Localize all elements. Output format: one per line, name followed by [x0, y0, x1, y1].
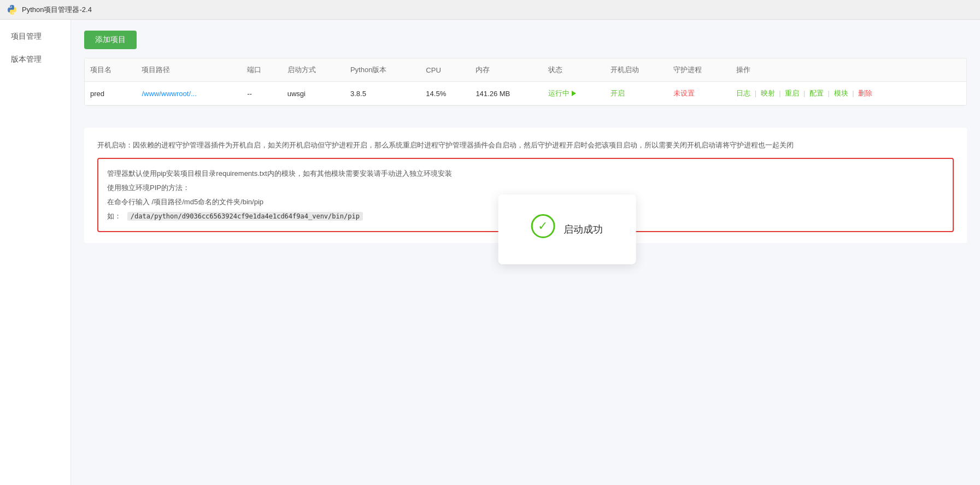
boot-status: 开启 [611, 89, 625, 97]
col-header-name: 项目名 [85, 58, 136, 82]
cell-path[interactable]: /www/wwwroot/... [136, 82, 242, 105]
python-logo-icon [7, 4, 17, 15]
cell-boot: 开启 [605, 82, 668, 105]
action-module[interactable]: 模块 [834, 89, 848, 97]
add-project-button[interactable]: 添加项目 [84, 31, 137, 49]
col-header-start-mode: 启动方式 [282, 58, 345, 82]
sidebar-item-project-management[interactable]: 项目管理 [0, 25, 71, 48]
col-header-path: 项目路径 [136, 58, 242, 82]
col-header-port: 端口 [242, 58, 282, 82]
main-content: 添加项目 项目名 项目路径 端口 启动方式 Python版本 CPU 内存 状态… [71, 20, 980, 485]
sidebar-label-project: 项目管理 [11, 32, 42, 40]
col-header-python-version: Python版本 [345, 58, 420, 82]
action-config[interactable]: 配置 [809, 89, 824, 97]
project-path-link[interactable]: /www/wwwroot/... [142, 90, 196, 98]
pip-note-line1: 管理器默认使用pip安装项目根目录requirements.txt内的模块，如有… [107, 167, 944, 181]
cell-status: 运行中 [543, 82, 605, 105]
cell-actions: 日志 | 映射 | 重启 | 配置 | 模块 | 删除 [731, 82, 966, 105]
check-icon: ✓ [538, 220, 548, 232]
sidebar-item-version-management[interactable]: 版本管理 [0, 48, 71, 71]
app-title: Python项目管理器-2.4 [22, 5, 92, 15]
cell-guard: 未设置 [668, 82, 731, 105]
action-log[interactable]: 日志 [736, 89, 750, 97]
success-icon: ✓ [531, 214, 555, 238]
action-restart[interactable]: 重启 [785, 89, 799, 97]
col-header-cpu: CPU [420, 58, 470, 82]
cell-memory: 141.26 MB [470, 82, 543, 105]
status-badge: 运行中 [548, 88, 600, 98]
col-header-boot: 开机启动 [605, 58, 668, 82]
guard-status: 未设置 [673, 89, 695, 97]
sidebar-label-version: 版本管理 [11, 55, 42, 63]
col-header-status: 状态 [543, 58, 605, 82]
success-dialog: ✓ 启动成功 [498, 194, 636, 264]
project-table-wrapper: 项目名 项目路径 端口 启动方式 Python版本 CPU 内存 状态 开机启动… [84, 58, 967, 106]
title-bar: Python项目管理器-2.4 [0, 0, 980, 20]
cell-python-version: 3.8.5 [345, 82, 420, 105]
action-delete[interactable]: 删除 [858, 89, 872, 97]
project-table: 项目名 项目路径 端口 启动方式 Python版本 CPU 内存 状态 开机启动… [85, 58, 966, 105]
status-text: 运行中 [548, 88, 570, 98]
pip-note-line2: 使用独立环境PIP的方法： [107, 181, 944, 195]
col-header-memory: 内存 [470, 58, 543, 82]
table-row: pred /www/wwwroot/... -- uwsgi 3.8.5 [85, 82, 966, 105]
cell-port: -- [242, 82, 282, 105]
cell-start-mode: uwsgi [282, 82, 345, 105]
table-header-row: 项目名 项目路径 端口 启动方式 Python版本 CPU 内存 状态 开机启动… [85, 58, 966, 82]
success-text: 启动成功 [564, 223, 603, 236]
col-header-actions: 操作 [731, 58, 966, 82]
col-header-guard: 守护进程 [668, 58, 731, 82]
boot-note: 开机启动：因依赖的进程守护管理器插件为开机自启，如关闭开机启动但守护进程开启，那… [97, 139, 954, 151]
play-icon [572, 91, 576, 96]
cell-cpu: 14.5% [420, 82, 470, 105]
action-map[interactable]: 映射 [761, 89, 775, 97]
cell-name: pred [85, 82, 136, 105]
pip-example-code: /data/python/d9036cc6563924cf9e1da4e1cd6… [127, 212, 363, 221]
success-row: ✓ 启动成功 [531, 214, 603, 245]
app-body: 项目管理 版本管理 添加项目 项目名 项目路径 端口 启动方式 Python版本… [0, 20, 980, 485]
sidebar: 项目管理 版本管理 [0, 20, 71, 485]
